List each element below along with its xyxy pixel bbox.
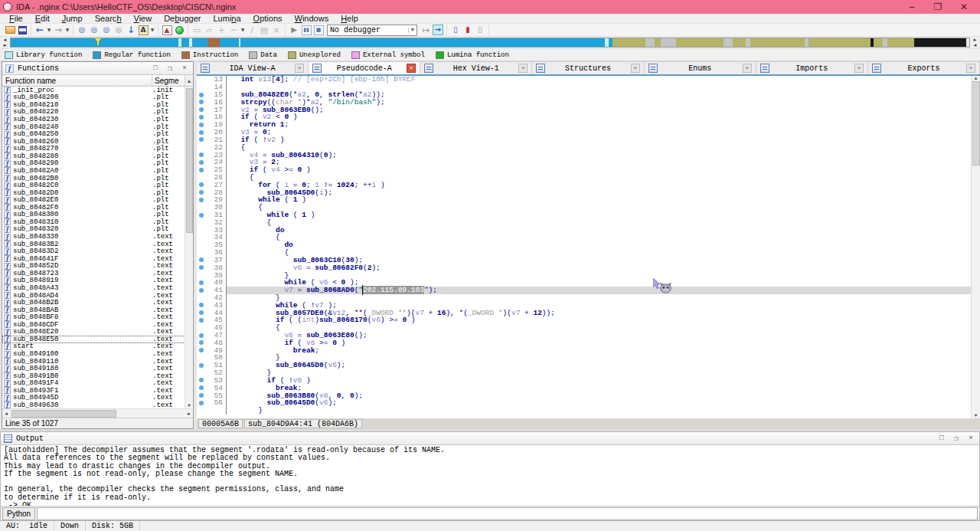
scrollbar-thumb[interactable]: [186, 88, 193, 233]
navband-segment[interactable]: [808, 38, 871, 47]
jump-name-icon[interactable]: ◎: [88, 25, 100, 36]
code-text[interactable]: sub_80645D0(i);: [227, 188, 980, 196]
function-row[interactable]: fsub_8049100.text: [2, 350, 193, 358]
scroll-right-icon[interactable]: ►: [185, 411, 193, 416]
lumina-icon[interactable]: [173, 25, 185, 36]
code-text[interactable]: v4 = sub_8064310(0);: [227, 151, 980, 159]
function-row[interactable]: fsub_80483D2.text: [2, 247, 193, 255]
navband-segment[interactable]: [661, 38, 676, 47]
scroll-left-icon[interactable]: ◄: [2, 411, 10, 416]
menu-file[interactable]: File: [3, 14, 29, 24]
code-line[interactable]: 13 int v13[4]; // [esp+2Ch] [ebp-10h] BY…: [197, 76, 980, 84]
tab-close-icon[interactable]: ✕: [631, 64, 640, 73]
tab-structures[interactable]: Structures✕: [532, 61, 644, 74]
code-line[interactable]: 29 while ( 1 ): [197, 196, 980, 204]
function-row[interactable]: fsub_804841F.text: [2, 255, 193, 263]
code-line[interactable]: 38 v6 = sub_80682F0(2);: [197, 264, 980, 271]
tab-close-icon[interactable]: ✕: [407, 64, 416, 73]
code-text[interactable]: do: [227, 241, 980, 249]
code-text[interactable]: v3 = 0;: [227, 129, 980, 136]
function-row[interactable]: fsub_8048310.plt: [2, 218, 193, 226]
function-row[interactable]: fsub_804945D.text: [2, 395, 193, 402]
code-text[interactable]: if ( !v2 ): [227, 136, 980, 144]
menu-help[interactable]: Help: [335, 14, 364, 24]
code-line[interactable]: 33 do: [197, 226, 980, 234]
menu-search[interactable]: Search: [89, 14, 128, 24]
function-row[interactable]: fsub_8048280.plt: [2, 152, 193, 160]
navband-segment[interactable]: [676, 38, 724, 47]
continue-icon[interactable]: →: [432, 25, 444, 36]
code-line[interactable]: 49 break;: [197, 346, 980, 354]
functions-hscrollbar[interactable]: ◄ ►: [2, 408, 193, 418]
code-text[interactable]: {: [227, 234, 980, 241]
navband-segment[interactable]: [207, 38, 220, 47]
code-text[interactable]: if ( v2 < 0 ): [227, 113, 980, 121]
code-line[interactable]: 45 if ( (int)sub_8068170(v6) >= 0 ): [197, 316, 980, 324]
interpreter-select-button[interactable]: Python: [2, 507, 35, 520]
navband-scroll-right[interactable]: ►◄: [970, 37, 980, 48]
jump-next-icon[interactable]: ↓: [125, 25, 137, 36]
code-text[interactable]: while ( 1 ): [227, 211, 980, 219]
navband-segment[interactable]: [192, 38, 207, 47]
edit-icon[interactable]: /: [246, 25, 258, 36]
code-line[interactable]: 35 do: [197, 241, 980, 249]
scroll-down-icon[interactable]: ▼: [975, 413, 978, 418]
code-text[interactable]: if ( (int)sub_8068170(v6) >= 0 ): [227, 316, 980, 324]
function-row[interactable]: fstart.text: [2, 343, 193, 351]
code-text[interactable]: }: [227, 369, 980, 377]
navband-segment[interactable]: [887, 38, 914, 47]
patch-bytes-icon[interactable]: ▭: [191, 25, 203, 36]
pseudocode-view[interactable]: 13 int v13[4]; // [esp+2Ch] [ebp-10h] BY…: [197, 76, 980, 418]
tab-exports[interactable]: Exports✕: [868, 61, 980, 74]
modify-icon[interactable]: +: [215, 25, 227, 36]
code-text[interactable]: {: [227, 143, 980, 151]
code-line[interactable]: 28 sub_80645D0(i);: [197, 188, 980, 196]
functions-column-header[interactable]: Function name Segme ▲: [2, 75, 193, 87]
code-vscrollbar[interactable]: ▲ ▼: [971, 76, 980, 418]
debugger-select[interactable]: No debugger▼: [327, 25, 417, 36]
navband-segment[interactable]: [733, 38, 746, 47]
scroll-up-icon[interactable]: ▲: [975, 76, 978, 81]
function-row[interactable]: fsub_8048290.plt: [2, 160, 193, 168]
navband-segment[interactable]: [645, 38, 655, 47]
nav-back-icon[interactable]: ←: [34, 25, 46, 36]
navband-segment[interactable]: [966, 38, 969, 47]
code-line[interactable]: 41 v7 = sub_8068AD0("202.115.89.103");: [197, 287, 980, 294]
code-line[interactable]: 25 if ( v4 >= 0 ): [197, 166, 980, 174]
function-row[interactable]: fsub_8048300.plt: [2, 211, 193, 219]
scrollbar-thumb[interactable]: [11, 410, 116, 418]
pause-process-icon[interactable]: ▮▮: [300, 25, 312, 36]
debugger-windows-icon[interactable]: ▯: [449, 25, 462, 36]
code-text[interactable]: if ( !v8 ): [227, 377, 980, 385]
tab-ida-view-a[interactable]: IDA View-A✕: [197, 61, 309, 74]
function-row[interactable]: fsub_8049180.text: [2, 365, 193, 372]
menu-debugger[interactable]: Debugger: [158, 14, 207, 24]
add-breakpoint-icon[interactable]: ▮: [462, 25, 474, 36]
code-line[interactable]: 18 if ( v2 < 0 ): [197, 113, 980, 121]
code-line[interactable]: 32 {: [197, 218, 980, 226]
code-text[interactable]: do: [227, 226, 980, 234]
tab-pseudocode-a[interactable]: Pseudocode-A✕: [309, 61, 420, 74]
function-row[interactable]: fsub_8048230.plt: [2, 116, 193, 123]
tab-close-icon[interactable]: ✕: [966, 64, 975, 73]
code-text[interactable]: v6 = sub_80682F0(2);: [227, 264, 980, 271]
function-row[interactable]: fsub_8048270.plt: [2, 146, 193, 153]
function-row[interactable]: fsub_80482E0.plt: [2, 196, 193, 204]
navband-segment[interactable]: [914, 38, 966, 47]
menu-edit[interactable]: Edit: [29, 14, 56, 24]
code-text[interactable]: if ( v8 >= 0 ): [227, 339, 980, 346]
caret-down-icon[interactable]: ▼: [240, 25, 246, 36]
function-row[interactable]: fsub_8048250.plt: [2, 130, 193, 138]
panel-float-icon[interactable]: ❐: [951, 434, 962, 443]
function-row[interactable]: fsub_80482C0.plt: [2, 182, 193, 189]
navband-segment[interactable]: [724, 38, 732, 47]
attach-icon[interactable]: ↦: [420, 25, 432, 36]
code-line[interactable]: 17 v2 = sub_8063EB0();: [197, 106, 980, 113]
function-row[interactable]: fsub_80482B0.plt: [2, 175, 193, 182]
navband-segment[interactable]: [655, 38, 661, 47]
function-row[interactable]: fsub_8048240.plt: [2, 123, 193, 131]
code-line[interactable]: 20 v3 = 0;: [197, 129, 980, 136]
scroll-down-icon[interactable]: ▼: [188, 403, 191, 408]
caret-down-icon[interactable]: ▼: [149, 25, 155, 36]
code-text[interactable]: }: [227, 407, 980, 415]
